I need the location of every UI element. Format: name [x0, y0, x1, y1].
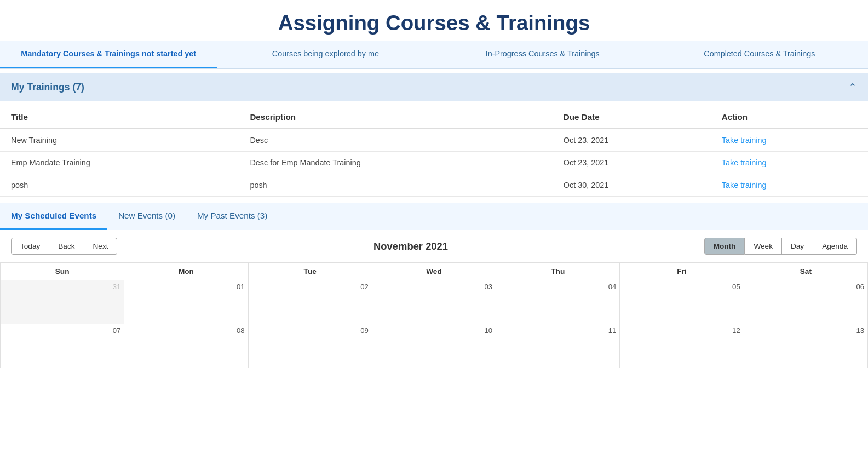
- row-action[interactable]: Take training: [711, 174, 868, 197]
- cal-day-10: 10: [372, 324, 496, 368]
- cal-header-mon: Mon: [124, 263, 248, 280]
- col-title: Title: [0, 106, 239, 129]
- tab-exploring[interactable]: Courses being explored by me: [217, 41, 434, 68]
- take-training-link-2[interactable]: Take training: [722, 181, 767, 190]
- cal-header-sat: Sat: [744, 263, 867, 280]
- cal-day-07: 07: [1, 324, 124, 368]
- cal-day-11: 11: [496, 324, 620, 368]
- calendar-grid: Sun Mon Tue Wed Thu Fri Sat 31 01 02 03 …: [0, 262, 868, 368]
- col-description: Description: [239, 106, 552, 129]
- calendar-view-group: Month Week Day Agenda: [704, 238, 857, 255]
- cal-day-09: 09: [248, 324, 372, 368]
- calendar-controls: Today Back Next November 2021 Month Week…: [0, 230, 868, 262]
- tab-mandatory[interactable]: Mandatory Courses & Trainings not starte…: [0, 41, 217, 68]
- tab-my-past-events[interactable]: My Past Events (3): [186, 203, 278, 230]
- take-training-link-1[interactable]: Take training: [722, 158, 767, 167]
- row-action[interactable]: Take training: [711, 129, 868, 152]
- cal-header-sun: Sun: [1, 263, 124, 280]
- table-row: posh posh Oct 30, 2021 Take training: [0, 174, 868, 197]
- cal-day-08: 08: [124, 324, 248, 368]
- view-month-button[interactable]: Month: [704, 238, 745, 255]
- top-tabs-container: Mandatory Courses & Trainings not starte…: [0, 41, 868, 69]
- view-agenda-button[interactable]: Agenda: [813, 238, 857, 255]
- row-description: posh: [239, 174, 552, 197]
- today-button[interactable]: Today: [11, 238, 49, 255]
- cal-day-12: 12: [620, 324, 744, 368]
- cal-header-wed: Wed: [372, 263, 496, 280]
- cal-day-03: 03: [372, 280, 496, 324]
- cal-day-04: 04: [496, 280, 620, 324]
- calendar-week-row: 31 01 02 03 04 05 06: [1, 280, 868, 324]
- table-row: New Training Desc Oct 23, 2021 Take trai…: [0, 129, 868, 152]
- tab-new-events[interactable]: New Events (0): [107, 203, 186, 230]
- row-title: New Training: [0, 129, 239, 152]
- trainings-section-title: My Trainings (7): [11, 82, 84, 93]
- row-description: Desc for Emp Mandate Training: [239, 152, 552, 174]
- row-due-date: Oct 23, 2021: [553, 152, 711, 174]
- calendar-month-title: November 2021: [373, 240, 448, 253]
- cal-day-01: 01: [124, 280, 248, 324]
- next-button[interactable]: Next: [84, 238, 118, 255]
- row-title: Emp Mandate Training: [0, 152, 239, 174]
- cal-header-tue: Tue: [248, 263, 372, 280]
- row-title: posh: [0, 174, 239, 197]
- cal-header-thu: Thu: [496, 263, 620, 280]
- cal-day-13: 13: [744, 324, 867, 368]
- take-training-link-0[interactable]: Take training: [722, 136, 767, 145]
- chevron-up-icon[interactable]: ⌃: [848, 81, 857, 94]
- tab-inprogress[interactable]: In-Progress Courses & Trainings: [434, 41, 651, 68]
- cal-day-05: 05: [620, 280, 744, 324]
- calendar-week-row: 07 08 09 10 11 12 13: [1, 324, 868, 368]
- row-due-date: Oct 30, 2021: [553, 174, 711, 197]
- tab-my-scheduled-events[interactable]: My Scheduled Events: [0, 203, 107, 230]
- trainings-section-header: My Trainings (7) ⌃: [0, 73, 868, 101]
- cal-day-31-oct: 31: [1, 280, 124, 324]
- page-title: Assigning Courses & Trainings: [0, 0, 868, 41]
- view-week-button[interactable]: Week: [745, 238, 782, 255]
- calendar-nav-group: Today Back Next: [11, 238, 117, 255]
- cal-header-fri: Fri: [620, 263, 744, 280]
- col-action: Action: [711, 106, 868, 129]
- events-tabs-container: My Scheduled Events New Events (0) My Pa…: [0, 203, 868, 230]
- back-button[interactable]: Back: [49, 238, 84, 255]
- col-due-date: Due Date: [553, 106, 711, 129]
- table-row: Emp Mandate Training Desc for Emp Mandat…: [0, 152, 868, 174]
- row-description: Desc: [239, 129, 552, 152]
- row-due-date: Oct 23, 2021: [553, 129, 711, 152]
- tab-completed[interactable]: Completed Courses & Trainings: [651, 41, 868, 68]
- view-day-button[interactable]: Day: [782, 238, 813, 255]
- row-action[interactable]: Take training: [711, 152, 868, 174]
- trainings-table: Title Description Due Date Action New Tr…: [0, 106, 868, 197]
- cal-day-02: 02: [248, 280, 372, 324]
- cal-day-06: 06: [744, 280, 867, 324]
